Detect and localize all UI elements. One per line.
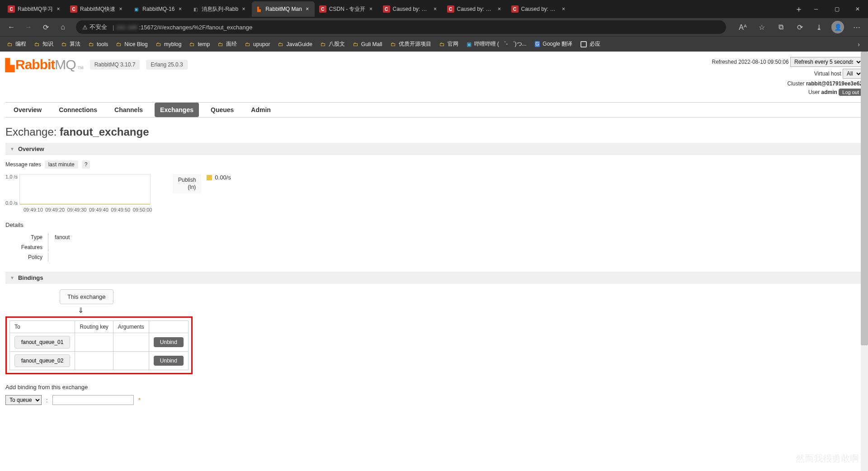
home-button[interactable]: ⌂ — [55, 19, 71, 35]
bookmark-folder[interactable]: 🗀tools — [86, 38, 111, 50]
page-topbar: ▙ RabbitMQ TM RabbitMQ 3.10.7 Erlang 25.… — [5, 57, 863, 98]
this-exchange-box: This exchange — [60, 289, 113, 304]
browser-tab[interactable]: ▙RabbitMQ Man× — [252, 1, 315, 17]
bookmark-label: myblog — [164, 41, 182, 47]
browser-tab[interactable]: CRabbitMQ学习× — [4, 1, 66, 17]
collapse-icon: ▼ — [10, 275, 14, 280]
details-table: Typefanout Features Policy — [5, 232, 75, 263]
folder-icon: 🗀 — [116, 41, 122, 47]
browser-tab[interactable]: CCSDN - 专业开× — [316, 1, 378, 17]
tab-close-icon[interactable]: × — [240, 5, 247, 13]
bookmark-bing[interactable]: 必应 — [578, 38, 603, 50]
read-aloud-icon[interactable]: Aᴬ — [735, 19, 750, 35]
tab-close-icon[interactable]: × — [368, 5, 375, 13]
favicon-bilibili: ▣ — [132, 5, 140, 13]
folder-icon: 🗀 — [278, 41, 283, 47]
bookmark-folder[interactable]: 🗀Nice Blog — [113, 38, 150, 50]
rates-help[interactable]: ? — [82, 160, 90, 169]
x-tick: 09:49:20 — [45, 207, 67, 212]
tab-close-icon[interactable]: × — [432, 5, 439, 13]
nav-channels[interactable]: Channels — [113, 103, 145, 117]
bookmark-folder[interactable]: 🗀upupor — [242, 38, 273, 50]
bookmark-label: 知识 — [42, 40, 53, 48]
vhost-select[interactable]: All — [843, 69, 863, 79]
bookmark-folder[interactable]: 🗀面经 — [215, 38, 240, 50]
binding-destination-input[interactable] — [52, 395, 134, 405]
unbind-button[interactable]: Unbind — [154, 356, 184, 366]
queue-link[interactable]: fanout_queue_01 — [14, 336, 70, 349]
message-rates-row: Message rates last minute ? — [5, 160, 863, 169]
status-panel: Refreshed 2022-08-10 09:50:06 Refresh ev… — [712, 57, 863, 98]
bookmark-folder[interactable]: 🗀编程 — [5, 38, 29, 50]
page-content: ▙ RabbitMQ TM RabbitMQ 3.10.7 Erlang 25.… — [0, 52, 868, 423]
close-window-button[interactable]: ✕ — [847, 0, 868, 18]
queue-link[interactable]: fanout_queue_02 — [14, 354, 70, 367]
minimize-button[interactable]: ─ — [806, 0, 826, 18]
tab-title: CSDN - 专业开 — [329, 5, 366, 13]
more-icon[interactable]: ⋯ — [849, 19, 864, 35]
rabbitmq-logo[interactable]: ▙ RabbitMQ TM — [5, 57, 84, 72]
address-bar-row: ← → ⟳ ⌂ ⚠ 不安全 | 192.168 :15672/#/exchang… — [0, 18, 868, 36]
binding-destination-type[interactable]: To queue — [5, 395, 42, 405]
bookmarks-overflow[interactable]: › — [854, 41, 863, 48]
browser-tab[interactable]: CRabbitMQ快速× — [66, 1, 128, 17]
downloads-icon[interactable]: ⤓ — [811, 19, 826, 35]
browser-tab[interactable]: CCaused by: con× — [379, 1, 443, 17]
section-overview-header[interactable]: ▼ Overview — [5, 143, 863, 155]
bookmark-label: 面经 — [226, 40, 237, 48]
unbind-button[interactable]: Unbind — [154, 337, 184, 347]
bookmark-folder[interactable]: 🗀myblog — [153, 38, 184, 50]
rates-range[interactable]: last minute — [45, 160, 78, 169]
new-tab-button[interactable]: ＋ — [792, 4, 806, 14]
tab-close-icon[interactable]: × — [117, 5, 124, 13]
bookmark-folder[interactable]: 🗀优质开源项目 — [388, 38, 434, 50]
browser-tab[interactable]: ◧消息队列-Rabb× — [188, 1, 251, 17]
tab-close-icon[interactable]: × — [496, 5, 503, 13]
nav-connections[interactable]: Connections — [57, 103, 99, 117]
extensions-icon[interactable]: ⧉ — [773, 19, 788, 35]
bookmark-folder[interactable]: 🗀JavaGuide — [275, 38, 315, 50]
tab-close-icon[interactable]: × — [176, 5, 184, 13]
profile-avatar[interactable]: 👤 — [830, 19, 845, 35]
favorite-icon[interactable]: ☆ — [754, 19, 769, 35]
bookmark-folder[interactable]: 🗀算法 — [59, 38, 83, 50]
bookmark-folder[interactable]: 🗀Guli Mall — [350, 38, 385, 50]
address-bar[interactable]: ⚠ 不安全 | 192.168 :15672/#/exchanges/%2F/f… — [76, 20, 726, 34]
scrollbar[interactable] — [861, 52, 868, 423]
window-controls: ─ ▢ ✕ — [806, 0, 868, 18]
browser-tab[interactable]: CCaused by: con× — [443, 1, 507, 17]
browser-tab[interactable]: ▣RabbitMQ-16× — [129, 1, 187, 17]
bookmark-folder[interactable]: 🗀官网 — [437, 38, 461, 50]
section-bindings-header[interactable]: ▼ Bindings — [5, 272, 863, 284]
logout-button[interactable]: Log out — [839, 89, 863, 96]
browser-tab[interactable]: CCaused by: con× — [508, 1, 571, 17]
favicon-csdn: C — [70, 5, 77, 13]
bookmark-google-translate[interactable]: GGoogle 翻译 — [532, 38, 576, 50]
y-tick: 0.0 /s — [5, 200, 18, 206]
bookmark-folder[interactable]: 🗀temp — [187, 38, 212, 50]
folder-icon: 🗀 — [156, 41, 161, 47]
nav-exchanges[interactable]: Exchanges — [155, 103, 199, 117]
col-actions — [149, 321, 188, 333]
refresh-interval-select[interactable]: Refresh every 5 seconds — [790, 57, 863, 67]
bookmark-label: 优质开源项目 — [399, 40, 431, 48]
tab-close-icon[interactable]: × — [560, 5, 567, 13]
nav-overview[interactable]: Overview — [12, 103, 43, 117]
folder-icon: 🗀 — [7, 41, 13, 47]
x-tick: 09:49:30 — [67, 207, 89, 212]
required-indicator: * — [138, 396, 141, 404]
bookmark-bilibili[interactable]: ▣哔哩哔哩 ( ゜- ゜)つ... — [464, 38, 529, 50]
forward-button[interactable]: → — [21, 19, 36, 35]
history-icon[interactable]: ⟳ — [792, 19, 807, 35]
maximize-button[interactable]: ▢ — [826, 0, 847, 18]
bookmark-folder[interactable]: 🗀知识 — [32, 38, 56, 50]
nav-queues[interactable]: Queues — [209, 103, 236, 117]
y-tick: 1.0 /s — [5, 174, 18, 179]
bookmark-folder[interactable]: 🗀八股文 — [318, 38, 348, 50]
tab-close-icon[interactable]: × — [55, 5, 62, 13]
nav-admin[interactable]: Admin — [249, 103, 273, 117]
back-button[interactable]: ← — [4, 19, 19, 35]
section-bindings-label: Bindings — [18, 274, 43, 281]
refresh-button[interactable]: ⟳ — [38, 19, 53, 35]
tab-close-icon[interactable]: × — [304, 5, 311, 13]
